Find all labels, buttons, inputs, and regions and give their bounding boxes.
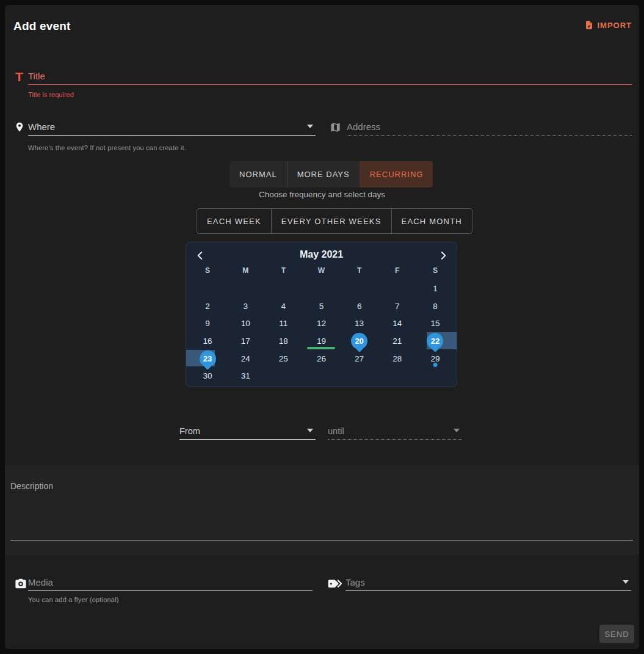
calendar-day-23[interactable]: 23: [189, 350, 226, 368]
calendar-day-19[interactable]: 19: [302, 332, 340, 350]
calendar-day-31[interactable]: 31: [226, 367, 264, 385]
calendar-day-20[interactable]: 20: [341, 332, 378, 350]
chevron-down-icon[interactable]: [307, 125, 313, 128]
calendar-day-27[interactable]: 27: [341, 350, 378, 368]
calendar-day-17[interactable]: 17: [226, 332, 264, 350]
from-time-select[interactable]: [179, 423, 316, 440]
day-number: 17: [241, 336, 250, 346]
calendar-day-24[interactable]: 24: [226, 350, 264, 368]
chevron-right-icon: [440, 251, 447, 260]
tab-recurring[interactable]: RECURRING: [360, 161, 433, 187]
weekday-header: F: [378, 266, 416, 275]
calendar-day-15[interactable]: 15: [416, 314, 454, 332]
tab-normal[interactable]: NORMAL: [230, 161, 287, 187]
day-number: 29: [430, 354, 440, 363]
day-number: 14: [393, 319, 402, 328]
day-number: 26: [317, 354, 326, 363]
selected-day-bubble: 20: [351, 333, 367, 349]
description-input[interactable]: [10, 481, 633, 540]
day-number: 19: [317, 336, 326, 346]
tags-icon: [328, 578, 343, 592]
day-number: 28: [393, 354, 402, 363]
frequency-each-month-button[interactable]: EACH MONTH: [391, 208, 472, 234]
calendar-weekday-headers: SMTWTFS: [189, 266, 454, 275]
frequency-options: EACH WEEKEVERY OTHER WEEKSEACH MONTH: [197, 208, 472, 234]
calendar-day-16[interactable]: 16: [189, 332, 226, 350]
frequency-hint: Choose frequency and select days: [5, 190, 639, 199]
where-helper: Where's the event? If not present you ca…: [28, 144, 186, 151]
day-number: 5: [319, 302, 324, 311]
calendar-day-empty: [416, 367, 454, 385]
media-helper: You can add a flyer (optional): [28, 596, 119, 603]
day-number: 4: [281, 302, 286, 311]
calendar-day-empty: [189, 280, 226, 297]
calendar-day-7[interactable]: 7: [378, 297, 416, 315]
calendar-day-empty: [264, 280, 302, 297]
calendar-day-18[interactable]: 18: [264, 332, 302, 350]
calendar-day-empty: [378, 367, 416, 385]
calendar-day-13[interactable]: 13: [341, 314, 378, 332]
title-error: Title is required: [28, 91, 74, 98]
calendar-day-1[interactable]: 1: [416, 280, 454, 297]
where-select[interactable]: [28, 118, 316, 136]
address-input[interactable]: [347, 118, 632, 136]
selected-day-bubble: 23: [200, 351, 216, 367]
day-number: 16: [203, 336, 212, 346]
calendar-day-empty: [302, 367, 340, 385]
chevron-down-icon[interactable]: [623, 580, 629, 584]
day-number: 24: [241, 354, 250, 363]
title-input[interactable]: [28, 68, 632, 85]
day-number: 8: [433, 302, 438, 311]
calendar-day-12[interactable]: 12: [302, 314, 340, 332]
file-import-icon: [584, 20, 594, 31]
calendar-month-label: May 2021: [186, 249, 457, 260]
calendar-day-14[interactable]: 14: [378, 314, 416, 332]
until-time-select[interactable]: [328, 423, 462, 440]
chevron-down-icon[interactable]: [454, 429, 460, 432]
day-number: 1: [433, 284, 438, 293]
frequency-every-other-weeks-button[interactable]: EVERY OTHER WEEKS: [271, 208, 392, 234]
weekday-header: M: [226, 266, 264, 275]
day-number: 30: [203, 371, 212, 380]
day-number: 2: [205, 302, 210, 311]
day-number: 18: [279, 336, 288, 346]
send-button[interactable]: SEND: [599, 625, 634, 643]
page-title: Add event: [13, 20, 71, 33]
calendar-day-30[interactable]: 30: [189, 367, 226, 385]
calendar-day-28[interactable]: 28: [378, 350, 416, 368]
tags-select[interactable]: [346, 574, 631, 591]
import-button[interactable]: IMPORT: [584, 20, 632, 31]
calendar-day-8[interactable]: 8: [416, 297, 454, 315]
calendar-day-21[interactable]: 21: [378, 332, 416, 350]
weekday-header: S: [416, 266, 454, 275]
calendar-day-empty: [302, 280, 340, 297]
calendar-day-11[interactable]: 11: [264, 314, 302, 332]
calendar-day-4[interactable]: 4: [264, 297, 302, 315]
calendar-day-29[interactable]: 29: [416, 350, 454, 368]
calendar-day-26[interactable]: 26: [302, 350, 340, 368]
map-icon: [330, 122, 341, 136]
calendar-next-month-button[interactable]: [437, 249, 449, 261]
calendar-day-5[interactable]: 5: [302, 297, 340, 315]
chevron-down-icon[interactable]: [307, 429, 313, 432]
import-label: IMPORT: [597, 21, 632, 30]
calendar-day-22[interactable]: 22: [416, 332, 454, 350]
event-type-tabs: NORMALMORE DAYSRECURRING: [230, 161, 433, 187]
weekday-header: S: [189, 266, 226, 275]
weekday-header: T: [264, 266, 302, 275]
media-input[interactable]: [28, 574, 313, 591]
event-dot: [433, 363, 437, 367]
calendar-day-2[interactable]: 2: [189, 297, 226, 315]
day-number: 15: [430, 319, 440, 328]
day-number: 7: [395, 302, 400, 311]
day-number: 9: [205, 319, 210, 328]
calendar-day-9[interactable]: 9: [189, 314, 226, 332]
calendar-day-25[interactable]: 25: [264, 350, 302, 368]
frequency-each-week-button[interactable]: EACH WEEK: [197, 208, 272, 234]
location-pin-icon: [14, 120, 25, 136]
title-icon: T: [15, 70, 23, 83]
calendar-day-3[interactable]: 3: [226, 297, 264, 315]
tab-more-days[interactable]: MORE DAYS: [287, 161, 360, 187]
calendar-day-6[interactable]: 6: [341, 297, 378, 315]
calendar-day-10[interactable]: 10: [226, 314, 264, 332]
